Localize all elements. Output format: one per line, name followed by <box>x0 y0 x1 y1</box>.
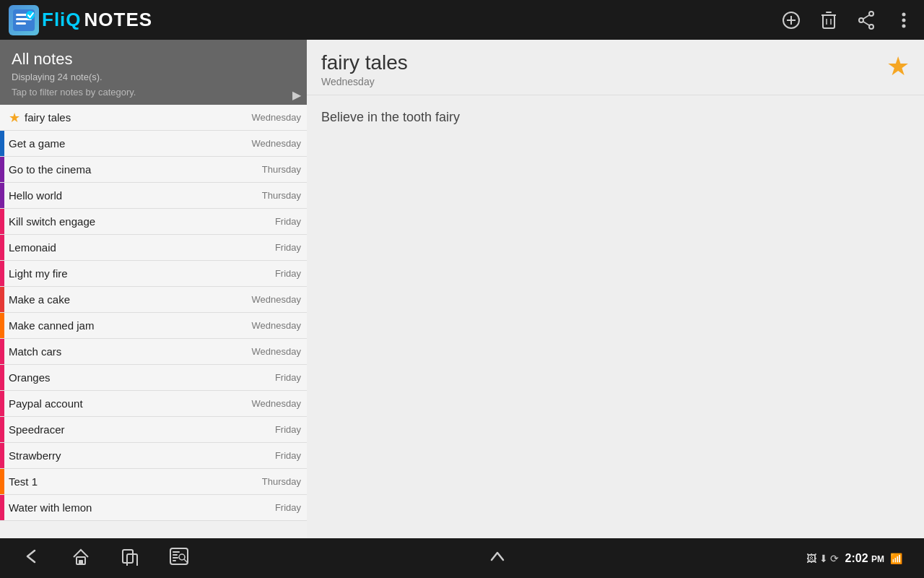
wifi-icon: 📶 <box>890 553 902 564</box>
note-title: Oranges <box>9 371 269 384</box>
recents-button[interactable] <box>120 547 140 570</box>
svg-rect-28 <box>173 557 178 558</box>
note-color-bar <box>0 235 4 260</box>
note-color-bar <box>0 391 4 416</box>
star-button[interactable]: ★ <box>886 51 910 82</box>
up-arrow-button[interactable] <box>487 547 507 570</box>
list-item[interactable]: Paypal accountWednesday <box>0 391 307 417</box>
note-day: Thursday <box>262 164 301 175</box>
list-item[interactable]: StrawberryFriday <box>0 443 307 469</box>
svg-line-17 <box>863 22 869 25</box>
nav-center-group <box>487 547 507 570</box>
note-color-bar <box>0 443 4 468</box>
status-bar: 🖼 ⬇ ⟳ 2:02 PM 📶 <box>806 552 902 565</box>
svg-point-19 <box>902 18 906 22</box>
svg-point-20 <box>902 24 906 27</box>
list-header-subtitle: Displaying 24 note(s). <box>12 72 295 82</box>
svg-rect-29 <box>173 560 176 561</box>
note-day: Wednesday <box>252 398 301 409</box>
note-day: Thursday <box>262 190 301 201</box>
add-button[interactable] <box>780 9 803 32</box>
svg-point-4 <box>26 11 35 20</box>
logo-area: FliQ NOTES <box>9 5 780 35</box>
note-color-bar <box>0 157 4 182</box>
logo-notes: NOTES <box>84 9 153 31</box>
note-day: Friday <box>275 372 301 383</box>
note-detail-info: fairy tales Wednesday <box>321 51 408 87</box>
list-item[interactable]: Hello worldThursday <box>0 183 307 209</box>
note-color-bar <box>0 131 4 156</box>
svg-rect-3 <box>16 22 26 25</box>
note-day: Wednesday <box>252 294 301 305</box>
note-day: Wednesday <box>252 138 301 149</box>
share-button[interactable] <box>855 9 878 32</box>
svg-line-31 <box>184 559 187 562</box>
note-title: Make a cake <box>9 293 246 306</box>
right-panel: fairy tales Wednesday ★ Believe in the t… <box>307 40 924 538</box>
list-item[interactable]: Get a gameWednesday <box>0 131 307 157</box>
clock: 2:02 PM <box>845 552 884 565</box>
note-day: Thursday <box>262 476 301 487</box>
list-item[interactable]: Make a cakeWednesday <box>0 287 307 313</box>
back-button[interactable] <box>22 548 42 569</box>
note-title: Lemonaid <box>9 241 269 254</box>
topbar-actions <box>780 9 915 32</box>
list-item[interactable]: SpeedracerFriday <box>0 417 307 443</box>
nav-left-group <box>22 547 189 570</box>
note-color-bar <box>0 339 4 364</box>
search-button[interactable] <box>169 547 189 570</box>
svg-rect-26 <box>173 551 180 553</box>
note-color-bar <box>0 105 4 130</box>
note-day: Wednesday <box>252 112 301 123</box>
note-color-bar <box>0 469 4 494</box>
note-day: Friday <box>275 424 301 435</box>
note-detail-text: Believe in the tooth fairy <box>321 110 910 125</box>
list-item[interactable]: Match carsWednesday <box>0 339 307 365</box>
list-item[interactable]: OrangesFriday <box>0 365 307 391</box>
top-bar: FliQ NOTES <box>0 0 924 40</box>
list-item[interactable]: Light my fireFriday <box>0 261 307 287</box>
note-day: Friday <box>275 450 301 461</box>
note-title: Water with lemon <box>9 501 269 514</box>
svg-rect-8 <box>823 15 834 28</box>
list-item[interactable]: Kill switch engageFriday <box>0 209 307 235</box>
main-content: All notes Displaying 24 note(s). Tap to … <box>0 40 924 538</box>
left-panel: All notes Displaying 24 note(s). Tap to … <box>0 40 307 538</box>
svg-point-14 <box>859 18 863 22</box>
note-detail-day: Wednesday <box>321 76 408 87</box>
list-item[interactable]: Test 1Thursday <box>0 469 307 495</box>
note-day: Friday <box>275 268 301 279</box>
overflow-menu-button[interactable] <box>892 9 915 32</box>
note-color-bar <box>0 495 4 520</box>
note-star-icon: ★ <box>9 110 20 126</box>
app-logo-icon <box>9 5 39 35</box>
collapse-arrow-icon[interactable]: ▶ <box>292 88 301 102</box>
note-title: Speedracer <box>9 423 269 436</box>
note-title: Strawberry <box>9 449 269 462</box>
delete-button[interactable] <box>817 9 840 32</box>
list-item[interactable]: Water with lemonFriday <box>0 495 307 521</box>
note-detail-header: fairy tales Wednesday ★ <box>307 40 924 95</box>
note-list[interactable]: ★fairy talesWednesdayGet a gameWednesday… <box>0 105 307 538</box>
note-color-bar <box>0 287 4 312</box>
note-title: Light my fire <box>9 267 269 280</box>
list-item[interactable]: Go to the cinemaThursday <box>0 157 307 183</box>
bottom-nav: 🖼 ⬇ ⟳ 2:02 PM 📶 <box>0 538 924 578</box>
list-item[interactable]: Make canned jamWednesday <box>0 313 307 339</box>
home-button[interactable] <box>71 547 91 570</box>
note-day: Wednesday <box>252 346 301 357</box>
status-icons: 🖼 ⬇ ⟳ <box>806 553 840 564</box>
list-item[interactable]: LemonaidFriday <box>0 235 307 261</box>
svg-line-16 <box>863 15 869 19</box>
svg-point-15 <box>869 25 873 29</box>
logo-fliq: FliQ <box>42 9 82 31</box>
note-day: Friday <box>275 216 301 227</box>
list-item[interactable]: ★fairy talesWednesday <box>0 105 307 131</box>
filter-hint[interactable]: Tap to filter notes by category. <box>12 87 295 98</box>
svg-point-13 <box>869 12 873 16</box>
list-header: All notes Displaying 24 note(s). Tap to … <box>0 40 307 105</box>
note-detail-title: fairy tales <box>321 51 408 74</box>
svg-rect-22 <box>79 560 83 564</box>
note-title: Paypal account <box>9 397 246 410</box>
list-header-title: All notes <box>12 50 295 69</box>
